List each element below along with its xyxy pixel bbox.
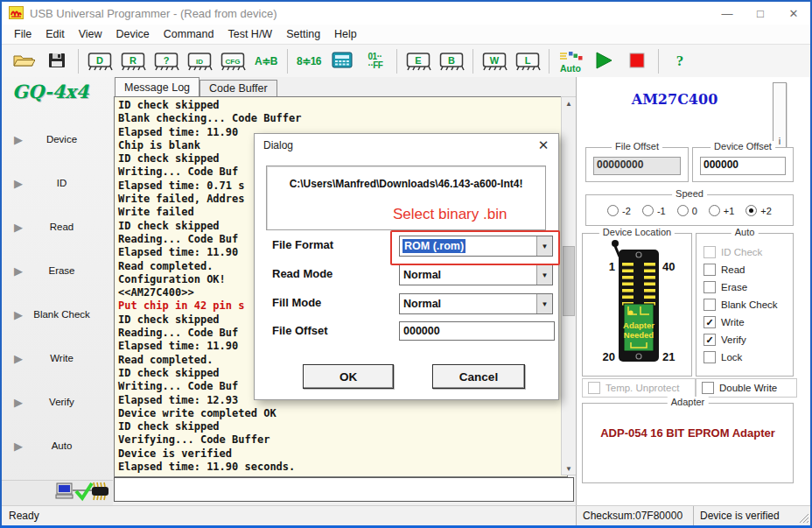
tab-message-log[interactable]: Message Log <box>115 77 200 96</box>
chip-write-button[interactable]: W <box>479 46 510 76</box>
resize-grip[interactable] <box>799 513 809 526</box>
chip-lock-button[interactable]: L <box>512 46 543 76</box>
speed-radio-plusminus-2[interactable]: +2 <box>746 205 772 216</box>
file-format-label: File Format <box>272 238 333 251</box>
compare-ab-button[interactable]: A≑B <box>250 46 282 76</box>
calculator-button[interactable] <box>326 46 358 76</box>
dialog-close-icon[interactable]: ✕ <box>536 137 551 153</box>
menu-help[interactable]: Help <box>327 25 364 44</box>
auto-check-read[interactable]: Read <box>704 264 793 276</box>
auto-group-label: Auto <box>732 227 759 237</box>
toolbar-separator <box>396 49 397 74</box>
fill-01ff-button[interactable]: 01····FF <box>360 46 391 76</box>
title-bar: USB Universal Programmer - (Read from de… <box>2 2 810 25</box>
tab-bar: Message Log Code Buffer <box>115 77 277 96</box>
scroll-down-icon[interactable]: ▼ <box>562 462 576 475</box>
temp-unprotect-checkbox[interactable]: Temp. Unprotect <box>582 378 696 398</box>
command-input[interactable] <box>114 477 574 502</box>
svg-text:?: ? <box>676 53 684 69</box>
arrow-right-icon: ▶ <box>14 264 23 278</box>
socket-pin-20: 20 <box>603 350 615 363</box>
menu-edit[interactable]: Edit <box>38 25 72 44</box>
chip-d-button[interactable]: D <box>84 46 116 76</box>
file-offset-input[interactable]: 000000 <box>399 321 555 341</box>
sidebar-item-id[interactable]: ▶ID <box>2 173 113 193</box>
dialog-title-bar[interactable]: Dialog <box>255 134 558 157</box>
swap-8-16-button[interactable]: 8≑16 <box>293 46 325 76</box>
fill-mode-combo[interactable]: Normal ▼ <box>399 293 553 314</box>
menu-bar: FileEditViewDeviceCommandTest H/WSetting… <box>2 25 810 44</box>
status-checksum: Checksum:07F80000 <box>583 510 682 522</box>
chip-blank-button[interactable]: B <box>436 46 467 76</box>
speed-radio-plusminus-1[interactable]: +1 <box>709 205 735 216</box>
device-info-button[interactable]: i <box>773 82 787 149</box>
auto-check-lock[interactable]: Lock <box>704 351 793 363</box>
checkbox-icon: ✓ <box>704 334 716 346</box>
arrow-right-icon: ▶ <box>14 133 23 146</box>
auto-check-blank-check[interactable]: Blank Check <box>704 299 793 311</box>
sidebar-item-erase[interactable]: ▶Erase <box>2 261 113 280</box>
log-line: ID check skipped <box>118 99 564 112</box>
close-button[interactable]: ✕ <box>777 2 810 25</box>
auto-check-verify[interactable]: ✓Verify <box>704 334 793 346</box>
read-mode-combo[interactable]: Normal ▼ <box>399 264 553 285</box>
sidebar-item-verify[interactable]: ▶Verify <box>2 392 113 412</box>
svg-text:W: W <box>490 54 500 65</box>
scrollbar-thumb[interactable] <box>563 246 575 316</box>
chevron-down-icon[interactable]: ▼ <box>536 294 552 313</box>
svg-text:B: B <box>448 54 455 65</box>
sidebar-item-label: ID <box>23 178 101 188</box>
menu-test-h-w[interactable]: Test H/W <box>220 25 279 44</box>
arrow-right-icon: ▶ <box>14 352 23 365</box>
sidebar-item-blank-check[interactable]: ▶Blank Check <box>2 305 113 324</box>
maximize-button[interactable]: □ <box>744 2 777 25</box>
menu-view[interactable]: View <box>72 25 109 44</box>
save-file-button[interactable] <box>41 46 73 76</box>
chip-cfg-button[interactable]: CFG <box>217 46 248 76</box>
speed-radio-minus-2[interactable]: -2 <box>607 205 631 216</box>
minimize-button[interactable]: — <box>710 2 744 25</box>
status-bar: Ready Checksum:07F80000 Device is verifi… <box>2 505 810 527</box>
auto-check-erase[interactable]: Erase <box>704 281 793 293</box>
cancel-button[interactable]: Cancel <box>432 364 525 389</box>
sidebar-item-label: Write <box>23 353 101 363</box>
scroll-up-icon[interactable]: ▲ <box>562 97 576 109</box>
svg-text:D: D <box>96 54 103 65</box>
chip-r-button[interactable]: R <box>117 46 149 76</box>
speed-radio-minus-1[interactable]: -1 <box>642 205 666 216</box>
chevron-down-icon[interactable]: ▼ <box>536 265 552 285</box>
ok-button[interactable]: OK <box>303 364 394 389</box>
sidebar-item-read[interactable]: ▶Read <box>2 217 113 236</box>
sidebar-item-auto[interactable]: ▶Auto <box>2 436 113 455</box>
file-offset-field: 00000000 <box>593 157 681 175</box>
tab-code-buffer[interactable]: Code Buffer <box>200 80 276 96</box>
menu-command[interactable]: Command <box>157 25 221 44</box>
chip-erase-button[interactable]: E <box>402 46 434 76</box>
socket-overlay-line1: Adapter <box>623 320 654 330</box>
chip-id-button[interactable]: ID <box>184 46 215 76</box>
auto-button[interactable]: Auto <box>555 46 586 76</box>
window-title: USB Universal Programmer - (Read from de… <box>30 7 276 20</box>
auto-check-id-check[interactable]: ID Check <box>704 246 793 258</box>
dialog-title: Dialog <box>263 139 293 151</box>
chip-verify-button[interactable]: ? <box>150 46 182 76</box>
file-format-dialog: Dialog ✕ C:\Users\Manfred\Downloads\46.1… <box>254 133 559 400</box>
sidebar-item-device[interactable]: ▶Device <box>2 130 113 149</box>
sidebar-item-write[interactable]: ▶Write <box>2 348 113 368</box>
double-write-checkbox[interactable]: Double Write <box>696 378 797 398</box>
open-file-button[interactable] <box>8 46 39 76</box>
stop-button[interactable] <box>621 46 653 76</box>
menu-device[interactable]: Device <box>109 25 157 44</box>
auto-check-write[interactable]: ✓Write <box>704 316 793 328</box>
speed-radio-0[interactable]: 0 <box>677 205 697 216</box>
checkbox-label: Read <box>721 264 746 275</box>
speed-group: Speed -2-10+1+2 <box>585 194 794 226</box>
run-button[interactable] <box>588 46 620 76</box>
menu-setting[interactable]: Setting <box>279 25 327 44</box>
log-scrollbar[interactable]: ▲ ▼ <box>561 96 577 475</box>
toolbar-separator <box>472 49 473 74</box>
device-offset-field[interactable]: 000000 <box>700 157 786 175</box>
help-button[interactable]: ? <box>664 46 696 76</box>
menu-file[interactable]: File <box>7 25 38 44</box>
status-separator <box>693 506 694 527</box>
